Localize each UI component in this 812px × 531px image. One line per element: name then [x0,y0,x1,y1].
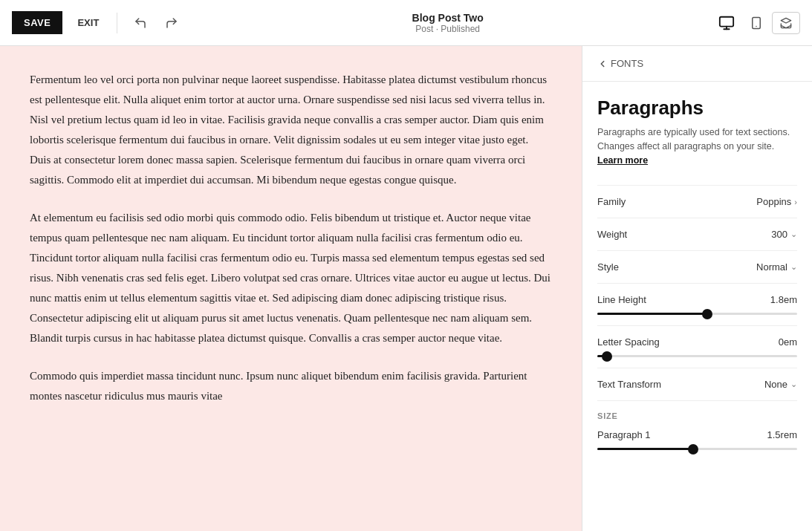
paragraph1-label: Paragraph 1 [597,429,651,440]
design-button[interactable] [772,12,800,34]
content-text: Fermentum leo vel orci porta non pulvina… [30,70,552,406]
paragraph-3: Commodo quis imperdiet massa tincidunt n… [30,366,552,406]
weight-value-container[interactable]: 300 ⌄ [771,229,797,240]
weight-label: Weight [597,229,627,240]
svg-rect-0 [720,16,733,26]
mobile-view-button[interactable] [744,10,769,36]
weight-row: Weight 300 ⌄ [597,218,797,250]
letter-spacing-section: Letter Spacing 0em [597,325,797,368]
panel-description: Paragraphs are typically used for text s… [597,126,797,167]
undo-button[interactable] [129,12,152,34]
paragraph1-fill [597,448,693,450]
topbar-title: Blog Post Two [412,12,484,24]
panel-header: FONTS [582,46,812,82]
redo-button[interactable] [160,12,183,34]
text-transform-label: Text Transform [597,379,661,390]
letter-spacing-header: Letter Spacing 0em [597,336,797,348]
paragraph1-track[interactable] [597,448,797,450]
weight-chevron-icon: ⌄ [790,229,797,239]
family-value: Poppins [756,196,791,207]
main-layout: Fermentum leo vel orci porta non pulvina… [0,46,812,531]
letter-spacing-label: Letter Spacing [597,336,660,348]
line-height-section: Line Height 1.8em [597,283,797,325]
paragraph-2: At elementum eu facilisis sed odio morbi… [30,208,552,348]
paragraph1-value: 1.5rem [767,429,797,440]
topbar: SAVE EXIT Blog Post Two Post · Published [0,0,812,46]
letter-spacing-thumb[interactable] [602,351,612,362]
style-chevron-icon: ⌄ [790,262,797,272]
family-label: Family [597,196,626,207]
line-height-thumb[interactable] [702,309,712,319]
right-panel: FONTS Paragraphs Paragraphs are typicall… [582,46,812,531]
desktop-view-button[interactable] [712,10,741,36]
weight-value: 300 [771,229,787,240]
line-height-fill [597,313,707,315]
paragraph1-thumb[interactable] [688,444,698,455]
line-height-track[interactable] [597,313,797,315]
size-section: SIZE Paragraph 1 1.5rem [597,400,797,460]
letter-spacing-track[interactable] [597,355,797,357]
topbar-right [712,10,800,36]
text-transform-chevron-icon: ⌄ [790,379,797,389]
panel-section-title: Paragraphs [597,97,797,120]
family-row: Family Poppins › [597,185,797,218]
size-section-label: SIZE [597,411,797,420]
family-chevron-icon: › [794,198,797,206]
line-height-header: Line Height 1.8em [597,294,797,305]
topbar-center: Blog Post Two Post · Published [192,12,704,34]
exit-button[interactable]: EXIT [71,13,105,33]
family-value-container[interactable]: Poppins › [756,196,797,207]
panel-content: Paragraphs Paragraphs are typically used… [582,82,812,531]
letter-spacing-value: 0em [779,336,797,348]
paragraph-1: Fermentum leo vel orci porta non pulvina… [30,70,552,190]
fonts-back-label: FONTS [611,58,643,69]
fonts-back-button[interactable]: FONTS [597,58,643,69]
text-transform-value: None [764,379,787,390]
learn-more-link[interactable]: Learn more [597,155,648,166]
paragraph1-header: Paragraph 1 1.5rem [597,429,797,440]
style-value: Normal [756,261,787,273]
topbar-subtitle: Post · Published [415,24,480,34]
style-label: Style [597,261,619,273]
topbar-divider [117,13,117,33]
content-area: Fermentum leo vel orci porta non pulvina… [0,46,582,531]
style-value-container[interactable]: Normal ⌄ [756,261,797,273]
line-height-value: 1.8em [770,294,797,305]
style-row: Style Normal ⌄ [597,250,797,283]
text-transform-row: Text Transform None ⌄ [597,368,797,400]
save-button[interactable]: SAVE [12,11,62,34]
line-height-label: Line Height [597,294,646,305]
text-transform-value-container[interactable]: None ⌄ [764,379,797,390]
